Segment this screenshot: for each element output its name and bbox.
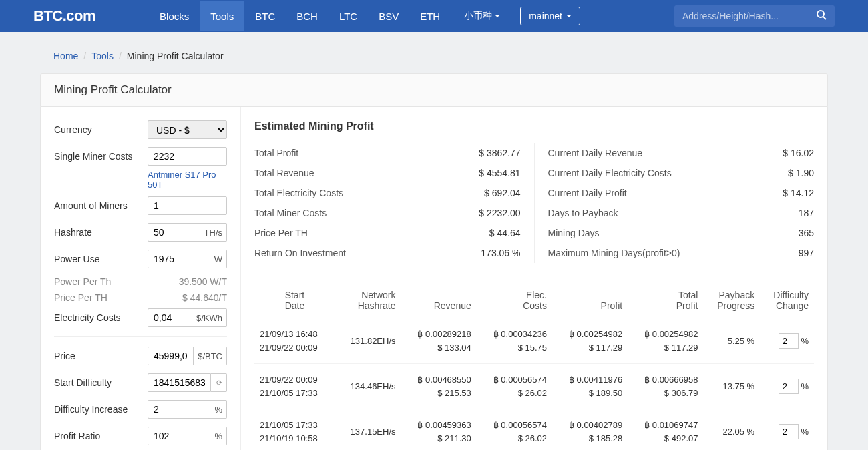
small-coins-dropdown[interactable]: 小币种: [464, 10, 500, 22]
reset-icon: ⟳: [216, 379, 222, 387]
breadcrumb-home[interactable]: Home: [53, 51, 78, 61]
elec-unit: $/KWh: [192, 308, 227, 327]
miner-cost-label: Single Miner Costs: [54, 151, 148, 162]
miner-model-link[interactable]: Antminer S17 Pro 50T: [148, 170, 227, 190]
col-header: TotalProfit: [628, 283, 703, 318]
price-input[interactable]: [148, 347, 194, 365]
amount-input[interactable]: [148, 196, 227, 215]
search-input[interactable]: [674, 7, 808, 25]
nav-bch[interactable]: BCH: [286, 1, 329, 31]
breadcrumb-current: Mining Profit Calculator: [127, 51, 224, 61]
payback-cell: 22.05 %: [703, 409, 760, 451]
payback-cell: 5.25 %: [703, 318, 760, 364]
diff-change-cell: %: [760, 364, 814, 409]
diff-change-cell: %: [760, 409, 814, 451]
chevron-down-icon: [566, 15, 572, 17]
col-header: NetworkHashrate: [335, 283, 401, 318]
diff-change-input[interactable]: [779, 379, 799, 394]
stat-value: $ 3862.77: [479, 148, 520, 158]
settings-panel: CurrencyUSD - $ Single Miner Costs Antmi…: [41, 107, 241, 450]
stat-value: $ 692.04: [484, 188, 521, 198]
logo[interactable]: BTC.com: [33, 7, 95, 25]
breadcrumb: Home/Tools/Mining Profit Calculator: [40, 32, 828, 73]
search-button[interactable]: [808, 9, 835, 23]
stat-label: Total Revenue: [254, 168, 314, 178]
hashrate-label: Hashrate: [54, 227, 148, 238]
price-label: Price: [54, 351, 148, 361]
stat-value: 365: [799, 228, 814, 238]
nav-bsv[interactable]: BSV: [368, 1, 409, 31]
profit-unit: %: [210, 427, 227, 445]
breadcrumb-tools[interactable]: Tools: [91, 51, 114, 61]
col-header: DifficultyChange: [760, 283, 814, 318]
results-panel: Estimated Mining Profit Total Profit$ 38…: [241, 107, 827, 450]
power-input[interactable]: [148, 250, 210, 268]
col-header: Revenue: [401, 283, 477, 318]
diffinc-input[interactable]: [148, 400, 210, 419]
hashrate-input[interactable]: [148, 223, 200, 242]
diff-input[interactable]: [148, 373, 211, 392]
profit-input[interactable]: [148, 427, 210, 445]
stat-value: $ 4554.81: [479, 168, 520, 178]
diff-change-input[interactable]: [779, 424, 799, 439]
power-unit: W: [210, 250, 227, 268]
price-unit: $/BTC: [194, 347, 227, 365]
diff-reset-button[interactable]: ⟳: [211, 373, 227, 392]
elec-cell: ฿ 0.00056574$ 26.02: [477, 364, 552, 409]
diffinc-unit: %: [210, 400, 227, 419]
nav-blocks[interactable]: Blocks: [149, 1, 200, 31]
col-header: Profit: [552, 283, 628, 318]
nav-tools[interactable]: Tools: [200, 1, 244, 31]
nav-eth[interactable]: ETH: [409, 1, 451, 31]
date-cell: 21/09/13 16:4821/09/22 00:09: [254, 318, 335, 364]
stat-label: Current Daily Revenue: [548, 148, 643, 158]
stat-value: 997: [799, 248, 814, 258]
svg-point-0: [817, 11, 824, 17]
profit-cell: ฿ 0.00254982$ 117.29: [552, 318, 628, 364]
nav-btc[interactable]: BTC: [244, 1, 286, 31]
stat-value: $ 2232.00: [479, 208, 520, 218]
breakdown-table: StartDateNetworkHashrateRevenueElec.Cost…: [254, 283, 814, 450]
stat-value: $ 1.90: [788, 168, 814, 178]
stat-label: Mining Days: [548, 228, 600, 238]
diff-change-cell: %: [760, 318, 814, 364]
power-label: Power Use: [54, 254, 148, 264]
hashrate-cell: 134.46EH/s: [335, 364, 401, 409]
elec-input[interactable]: [148, 308, 192, 327]
header: BTC.com BlocksToolsBTCBCHLTCBSVETH 小币种 m…: [0, 0, 868, 32]
revenue-cell: ฿ 0.00459363$ 211.30: [401, 409, 477, 451]
profit-cell: ฿ 0.00411976$ 189.50: [552, 364, 628, 409]
elec-cell: ฿ 0.00056574$ 26.02: [477, 409, 552, 451]
section-title: Estimated Mining Profit: [254, 120, 814, 132]
col-header: PaybackProgress: [703, 283, 760, 318]
profit-cell: ฿ 0.00402789$ 185.28: [552, 409, 628, 451]
nav-ltc[interactable]: LTC: [329, 1, 368, 31]
diff-label: Start Difficulty: [54, 377, 148, 388]
currency-label: Currency: [54, 124, 148, 135]
diff-change-input[interactable]: [779, 333, 799, 349]
stat-value: 187: [799, 208, 814, 218]
stat-label: Current Daily Electricity Costs: [548, 168, 672, 178]
stat-label: Return On Investment: [254, 248, 346, 258]
date-cell: 21/09/22 00:0921/10/05 17:33: [254, 364, 335, 409]
total-profit-cell: ฿ 0.00254982$ 117.29: [628, 318, 703, 364]
stat-value: $ 44.64: [489, 228, 521, 238]
stat-label: Price Per TH: [254, 228, 308, 238]
price-per-th-value: $ 44.640/T: [182, 292, 227, 303]
currency-select[interactable]: USD - $: [148, 120, 227, 139]
stat-value: 173.06 %: [481, 248, 520, 258]
miner-cost-input[interactable]: [148, 147, 227, 166]
profit-label: Profit Ratio: [54, 431, 148, 441]
table-row: 21/09/22 00:0921/10/05 17:33134.46EH/s฿ …: [254, 364, 814, 409]
revenue-cell: ฿ 0.00289218$ 133.04: [401, 318, 477, 364]
elec-label: Electricity Costs: [54, 312, 148, 323]
hashrate-unit: TH/s: [200, 223, 227, 242]
power-per-th-label: Power Per Th: [54, 276, 111, 287]
stat-label: Total Miner Costs: [254, 208, 327, 218]
nav: BlocksToolsBTCBCHLTCBSVETH: [149, 1, 451, 31]
network-selector[interactable]: mainnet: [520, 7, 580, 25]
table-row: 21/09/13 16:4821/09/22 00:09131.82EH/s฿ …: [254, 318, 814, 364]
col-header: StartDate: [254, 283, 335, 318]
diffinc-label: Difficulty Increase: [54, 404, 148, 415]
page-title: Mining Profit Calculator: [40, 73, 828, 107]
